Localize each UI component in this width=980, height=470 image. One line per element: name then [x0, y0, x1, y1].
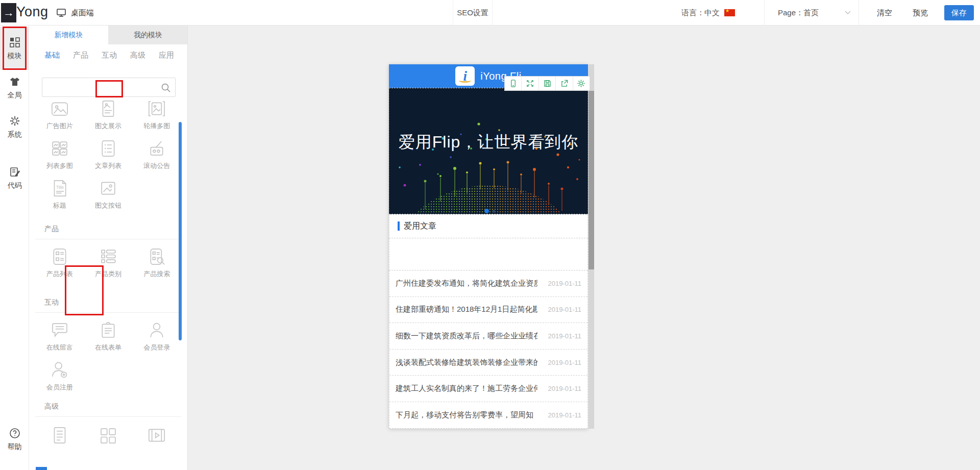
article-row[interactable]: 广州住建委发布通知，将简化建筑企业资质... 2019-01-11 [389, 270, 587, 297]
device-switcher[interactable]: 桌面端 [56, 0, 94, 26]
carousel-dot[interactable] [492, 210, 495, 213]
sidebar-item-modules[interactable]: 模块 [0, 27, 29, 70]
member-login-icon [146, 319, 167, 341]
toolbar-mobile-view-button[interactable] [505, 77, 521, 90]
article-row[interactable]: 建筑工人实名制真的来了！施工劳务企业何... 2019-01-11 [389, 376, 587, 402]
article-list-icon [97, 138, 119, 159]
articles-section-header[interactable]: 爱用文章 [389, 214, 588, 238]
article-date: 2019-01-11 [548, 411, 581, 419]
title-icon-text: Title [56, 185, 64, 190]
page-selector[interactable]: Page：首页 [778, 0, 819, 26]
article-date: 2019-01-11 [548, 332, 581, 340]
module-image-text[interactable]: 图文展示 [84, 97, 132, 137]
monitor-icon [56, 8, 66, 18]
sidebar-item-code[interactable]: 代码 [0, 165, 29, 191]
help-question-icon [9, 428, 20, 439]
module-product-category[interactable]: 产品类别 [84, 245, 132, 285]
phone-scrollbar-thumb[interactable] [589, 91, 594, 269]
module-product-search[interactable]: 产品搜索 [133, 245, 181, 285]
module-search-input[interactable] [42, 78, 175, 96]
sidebar-item-system[interactable]: 系统 [0, 114, 29, 140]
save-button[interactable]: 保存 [944, 5, 974, 20]
article-row[interactable]: 住建部重磅通知！2018年12月1日起简化勘察... 2019-01-11 [389, 297, 587, 324]
module-ad-image[interactable]: 广告图片 [35, 97, 84, 137]
product-list-icon [49, 246, 70, 267]
product-modules-grid: 产品列表 产品类别 产品搜索 [35, 245, 181, 285]
search-icon[interactable] [161, 83, 171, 93]
layout-blocks-icon [97, 425, 119, 446]
clear-button[interactable]: 清空 [877, 0, 892, 26]
toolbar-save-button[interactable] [538, 77, 555, 90]
category-interact[interactable]: 互动 [102, 51, 117, 60]
module-image-button[interactable]: 图文按钮 [84, 177, 132, 216]
member-register-icon [49, 359, 70, 381]
module-online-message[interactable]: 在线留言 [35, 318, 84, 358]
page-builder-app: → Yong 桌面端 SEO设置 语言：中文 ★ Page：首页 清空 预览 保… [0, 0, 980, 470]
toolbar-settings-button[interactable] [573, 77, 590, 90]
article-list-module: 广州住建委发布通知，将简化建筑企业资质... 2019-01-11 住建部重磅通… [389, 270, 588, 429]
video-player-icon [146, 425, 167, 446]
chevron-down-icon[interactable] [845, 11, 851, 15]
tab-new-modules[interactable]: 新增模块 [29, 26, 108, 44]
phone-scrollbar-track[interactable] [589, 64, 594, 429]
module-label: 广告图片 [46, 121, 73, 131]
module-member-register[interactable]: 会员注册 [35, 358, 84, 398]
logo-arrow-icon: → [1, 3, 16, 22]
top-bar: → Yong 桌面端 SEO设置 语言：中文 ★ Page：首页 清空 预览 保… [0, 0, 980, 26]
module-online-form[interactable]: 在线表单 [84, 318, 132, 358]
image-button-icon [97, 178, 119, 199]
sidebar-item-help[interactable]: 帮助 [0, 427, 29, 452]
module-label: 产品列表 [46, 269, 73, 279]
module-member-login[interactable]: 会员登录 [133, 318, 181, 358]
language-selector[interactable]: 语言：中文 ★ [681, 0, 735, 26]
module-label: 图文展示 [95, 121, 121, 131]
notice-radio-icon [146, 138, 167, 159]
article-row[interactable]: 细数一下建筑资质改革后，哪些企业业绩在... 2019-01-11 [389, 323, 587, 350]
document-lines-icon [49, 425, 70, 446]
empty-module-placeholder[interactable] [389, 238, 588, 270]
article-row[interactable]: 下月起，移动支付将告别零费率，望周知 2019-01-11 [389, 402, 587, 429]
sidebar-item-global[interactable]: 全局 [0, 75, 29, 101]
hero-headline: 爱用Flip，让世界看到你 [389, 131, 587, 154]
module-label: 产品类别 [95, 269, 121, 279]
preview-button[interactable]: 预览 [913, 0, 928, 26]
carousel-dot-active[interactable] [484, 209, 489, 213]
module-image-list[interactable]: 列表多图 [35, 137, 84, 177]
module-product-list[interactable]: 产品列表 [35, 245, 84, 285]
form-clipboard-icon [97, 319, 119, 341]
module-article-list[interactable]: 文章列表 [84, 137, 132, 177]
category-apps[interactable]: 应用 [159, 51, 174, 60]
language-label: 语言：中文 [681, 8, 720, 18]
panel-scrollbar[interactable] [179, 122, 182, 340]
title-page-icon: Title [49, 178, 70, 199]
category-product[interactable]: 产品 [73, 51, 88, 60]
module-advanced-layout[interactable] [84, 424, 132, 463]
tab-my-modules[interactable]: 我的模块 [108, 26, 188, 44]
module-label: 会员登录 [143, 343, 170, 352]
modules-grid-icon [9, 37, 20, 48]
floppy-save-icon [543, 79, 552, 88]
product-category-icon [97, 246, 119, 267]
seo-settings-button[interactable]: SEO设置 [453, 0, 493, 26]
editor-canvas: i iYong Fli [188, 26, 980, 470]
article-date: 2019-01-11 [548, 385, 581, 392]
image-text-icon [97, 98, 119, 119]
module-advanced-document[interactable] [35, 424, 84, 463]
hero-banner-module[interactable]: 爱用Flip，让世界看到你 [389, 88, 588, 214]
category-basic[interactable]: 基础 [44, 51, 60, 60]
gear-icon [9, 115, 20, 127]
toolbar-share-button[interactable] [555, 77, 572, 90]
module-advanced-video[interactable] [133, 424, 181, 463]
section-accent-bar [398, 221, 400, 231]
module-carousel[interactable]: 轮播多图 [133, 97, 181, 137]
module-scrolling-notice[interactable]: 滚动公告 [133, 137, 181, 177]
mobile-device-icon [509, 79, 518, 88]
module-label: 产品搜索 [143, 269, 170, 279]
category-advanced[interactable]: 高级 [130, 51, 145, 60]
gear-icon [577, 79, 585, 88]
toolbar-fullscreen-button[interactable] [521, 77, 538, 90]
message-bubble-icon [49, 319, 70, 341]
sidebar-item-label: 系统 [8, 130, 22, 139]
module-title[interactable]: Title 标题 [35, 177, 84, 216]
article-row[interactable]: 浅谈装配式装修给建筑装饰装修企业带来的... 2019-01-11 [389, 350, 587, 376]
